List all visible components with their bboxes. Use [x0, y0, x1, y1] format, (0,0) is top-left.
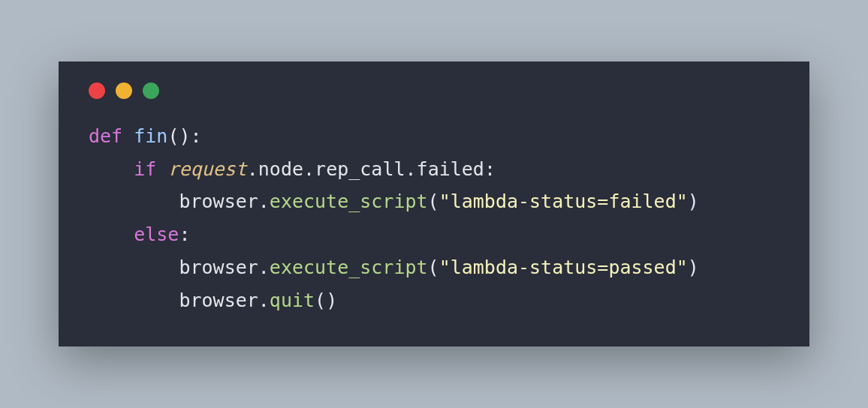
indent [89, 224, 134, 245]
method-execute-script: execute_script [270, 256, 428, 278]
identifier-request: request [167, 158, 246, 180]
attr-failed: failed [417, 158, 484, 180]
attr-rep-call: rep_call [315, 158, 405, 180]
method-execute-script: execute_script [270, 190, 428, 212]
string-passed: "lambda-status=passed" [439, 256, 688, 278]
terminal-window: def fin(): if request.node.rep_call.fail… [59, 62, 809, 347]
keyword-if: if [134, 158, 156, 180]
dot: . [303, 158, 315, 180]
dot: . [258, 190, 270, 212]
close-icon[interactable] [89, 82, 105, 99]
identifier-browser: browser [179, 290, 258, 311]
colon: : [484, 158, 496, 180]
identifier-browser: browser [179, 190, 258, 212]
window-controls [89, 82, 779, 99]
dot: . [405, 158, 417, 180]
keyword-else: else [134, 224, 179, 245]
colon: : [191, 125, 202, 147]
identifier-browser: browser [179, 256, 258, 278]
code-block: def fin(): if request.node.rep_call.fail… [89, 120, 779, 317]
dot: . [258, 290, 270, 311]
keyword-def: def [89, 125, 122, 147]
method-quit: quit [270, 290, 315, 311]
indent [89, 158, 134, 180]
paren-close: ) [179, 125, 190, 147]
function-name: fin [134, 125, 167, 147]
minimize-icon[interactable] [116, 82, 132, 99]
paren-open: ( [315, 290, 326, 311]
maximize-icon[interactable] [143, 82, 159, 99]
paren-close: ) [326, 290, 337, 311]
paren-open: ( [428, 256, 439, 278]
indent [89, 190, 179, 212]
paren-open: ( [428, 190, 439, 212]
paren-close: ) [688, 190, 699, 212]
colon: : [179, 224, 190, 245]
paren-open: ( [167, 125, 179, 147]
paren-close: ) [688, 256, 699, 278]
indent [89, 290, 179, 311]
dot: . [258, 256, 270, 278]
attr-node: node [258, 158, 303, 180]
indent [89, 256, 179, 278]
dot: . [247, 158, 258, 180]
string-failed: "lambda-status=failed" [439, 190, 688, 212]
